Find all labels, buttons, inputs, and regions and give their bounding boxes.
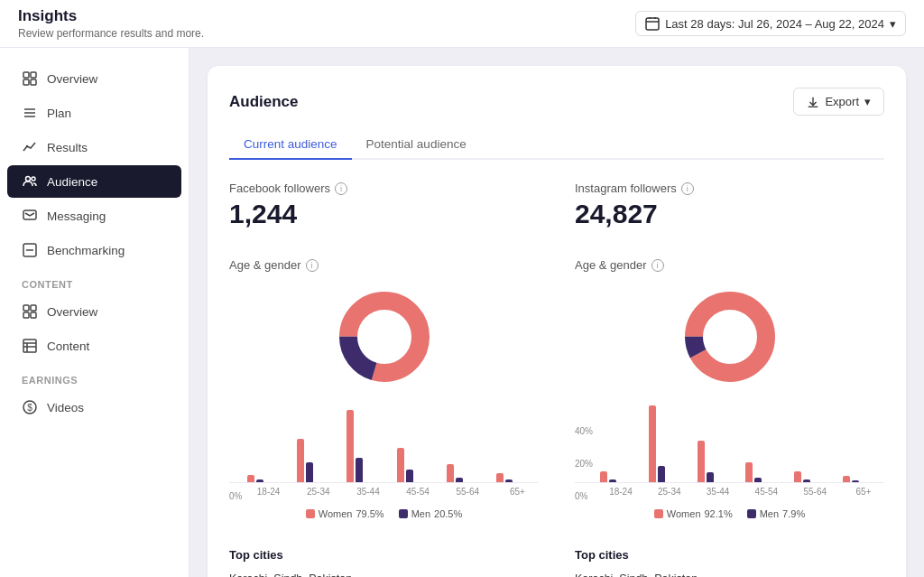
- sidebar-item-videos[interactable]: $ Videos: [7, 391, 181, 423]
- bar-fb-5564-men: [456, 478, 463, 482]
- svg-text:$: $: [27, 403, 32, 413]
- sidebar-item-benchmarking[interactable]: Benchmarking: [7, 234, 181, 266]
- bar-fb-3544-men: [356, 458, 363, 482]
- bar-ig-65plus-men: [852, 480, 859, 482]
- ig-legend-men-label: Men: [760, 508, 779, 519]
- export-label: Export: [825, 95, 859, 108]
- bar-ig-3544-men: [707, 472, 714, 482]
- facebook-followers-block: Facebook followers i 1,244: [229, 181, 539, 229]
- ig-label-4554: 45-54: [745, 487, 787, 497]
- charts-section: Age & gender i: [229, 258, 884, 519]
- women-dot: [306, 509, 315, 518]
- svg-rect-17: [23, 305, 29, 311]
- ig-age-info-icon[interactable]: i: [651, 259, 664, 272]
- ig-bar-group-3544: [698, 441, 739, 482]
- sidebar-item-content-content[interactable]: Content: [7, 330, 181, 362]
- grid2-icon: [22, 303, 38, 320]
- label-3544: 35-44: [346, 487, 389, 497]
- sidebar: Overview Plan Results: [0, 48, 189, 577]
- legend-women-pct: 79.5%: [356, 508, 383, 519]
- instagram-followers-label: Instagram followers i: [575, 181, 884, 195]
- export-button[interactable]: Export ▾: [793, 88, 884, 116]
- tab-potential-audience[interactable]: Potential audience: [352, 130, 481, 160]
- audience-card: Audience Export ▾ Current audience Poten…: [208, 66, 906, 577]
- svg-rect-19: [23, 312, 29, 318]
- bar-fb-2534-men: [306, 462, 313, 482]
- sidebar-label-content: Content: [47, 340, 89, 353]
- sidebar-item-messaging[interactable]: Messaging: [7, 200, 181, 232]
- bar-group-18-24: [247, 475, 290, 482]
- svg-rect-7: [31, 79, 36, 85]
- list-icon: [22, 105, 38, 121]
- facebook-info-icon[interactable]: i: [335, 182, 347, 195]
- bar-fb-5564-women: [447, 464, 454, 482]
- fb-city-row-0: Karachi, Sindh, Pakistan 31.1%: [229, 572, 539, 577]
- svg-rect-4: [23, 72, 29, 78]
- bar-ig-1824-men: [609, 479, 616, 482]
- facebook-bar-chart: 0%: [229, 402, 539, 501]
- grid-icon: [22, 70, 38, 87]
- label-65plus: 65+: [496, 487, 539, 497]
- ig-label-5564: 55-64: [794, 487, 836, 497]
- bar-fb-4554-men: [406, 470, 413, 482]
- sidebar-label-results: Results: [47, 141, 88, 154]
- page-title: Insights: [18, 7, 204, 25]
- facebook-bars: [229, 402, 539, 483]
- sidebar-label-videos: Videos: [47, 401, 84, 414]
- legend-women-label: Women: [319, 508, 353, 519]
- facebook-followers-value: 1,244: [229, 199, 539, 229]
- ig-legend-women-label: Women: [667, 508, 701, 519]
- top-bar: Insights Review performance results and …: [0, 0, 924, 48]
- bar-ig-3544-women: [698, 441, 705, 482]
- sidebar-item-content-overview[interactable]: Overview: [7, 295, 181, 328]
- ig-label-2534: 25-34: [649, 487, 690, 497]
- svg-rect-14: [23, 210, 36, 219]
- sidebar-label-messaging: Messaging: [47, 209, 106, 223]
- ig-label-1824: 18-24: [600, 487, 642, 497]
- facebook-followers-label: Facebook followers i: [229, 181, 539, 195]
- instagram-info-icon[interactable]: i: [681, 182, 694, 195]
- svg-rect-6: [23, 79, 29, 85]
- ig-bar-group-2534: [649, 405, 690, 482]
- ig-label-3544: 35-44: [698, 487, 739, 497]
- sidebar-section-content: Content: [0, 268, 189, 293]
- ig-men-dot: [747, 509, 756, 518]
- bar-fb-4554-women: [397, 448, 404, 482]
- cities-section: Top cities Karachi, Sindh, Pakistan 31.1…: [229, 548, 884, 577]
- ig-legend-men-pct: 7.9%: [782, 508, 805, 519]
- label-5564: 55-64: [447, 487, 489, 497]
- instagram-cities: Top cities Karachi, Sindh, Pakistan 35%: [575, 548, 884, 577]
- svg-rect-20: [31, 312, 36, 318]
- date-range-label: Last 28 days: Jul 26, 2024 – Aug 22, 202…: [665, 17, 884, 31]
- sidebar-item-overview[interactable]: Overview: [7, 62, 181, 95]
- sidebar-item-plan[interactable]: Plan: [7, 97, 181, 129]
- men-dot: [399, 509, 408, 518]
- ig-legend-women: Women 92.1%: [654, 508, 733, 519]
- label-2534: 25-34: [297, 487, 339, 497]
- facebook-donut-container: [229, 283, 539, 391]
- fb-age-info-icon[interactable]: i: [306, 259, 319, 272]
- bar-group-55-64: [447, 464, 489, 482]
- tab-bar: Current audience Potential audience: [229, 130, 884, 160]
- card-header: Audience Export ▾: [229, 88, 884, 116]
- sidebar-label-content-overview: Overview: [47, 305, 97, 319]
- bar-ig-5564-men: [803, 479, 810, 482]
- bar-group-45-54: [397, 448, 439, 482]
- bar-fb-2534-women: [297, 439, 304, 482]
- svg-rect-0: [646, 18, 659, 30]
- date-range-picker[interactable]: Last 28 days: Jul 26, 2024 – Aug 22, 202…: [635, 11, 906, 36]
- legend-men: Men 20.5%: [399, 508, 463, 519]
- bar-fb-65plus-women: [496, 473, 504, 482]
- ig-label-65plus: 65+: [843, 487, 884, 497]
- bar-fb-1824-women: [247, 475, 254, 482]
- bar-ig-2534-women: [649, 405, 656, 482]
- ig-bar-group-1824: [600, 471, 642, 482]
- ig-y-axis-0: 0%: [575, 491, 587, 501]
- bar-group-25-34: [297, 439, 339, 482]
- tab-current-audience[interactable]: Current audience: [229, 130, 352, 160]
- facebook-age-gender-label: Age & gender i: [229, 258, 539, 272]
- svg-rect-18: [31, 305, 36, 311]
- sidebar-item-results[interactable]: Results: [7, 131, 181, 163]
- facebook-legend: Women 79.5% Men 20.5%: [229, 508, 539, 519]
- sidebar-item-audience[interactable]: Audience: [7, 165, 181, 198]
